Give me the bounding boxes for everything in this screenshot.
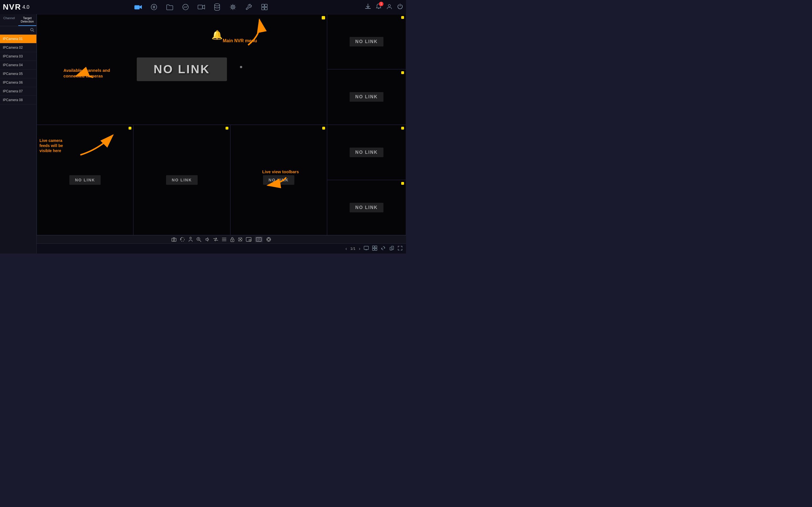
main-feed[interactable]: NO LINK bbox=[37, 14, 327, 125]
audio-toolbar-icon[interactable] bbox=[205, 237, 210, 242]
bottom-feed-3[interactable]: NO LINK bbox=[231, 125, 327, 235]
camera-list: IPCamera 01 IPCamera 02 IPCamera 03 IPCa… bbox=[0, 35, 36, 253]
side-feed-2[interactable]: NO LINK bbox=[327, 69, 406, 124]
bottom-no-link-box-3: NO LINK bbox=[263, 175, 295, 185]
svg-rect-4 bbox=[198, 5, 202, 9]
list-toolbar-icon[interactable] bbox=[221, 237, 227, 241]
database-nav-icon[interactable] bbox=[212, 2, 222, 12]
nav-icons-group bbox=[38, 2, 365, 12]
sidebar-tabs: Channel Target Detection bbox=[0, 14, 36, 26]
side-corner-tr-1 bbox=[401, 16, 404, 19]
svg-point-7 bbox=[232, 6, 234, 8]
svg-point-27 bbox=[267, 238, 270, 240]
camera-nav-icon[interactable] bbox=[133, 2, 143, 12]
live-toolbar bbox=[37, 235, 406, 243]
snapshot-toolbar-icon[interactable] bbox=[171, 237, 176, 242]
svg-point-21 bbox=[232, 240, 233, 241]
side-no-link-text-3: NO LINK bbox=[355, 150, 378, 155]
bottom-feed-1[interactable]: NO LINK bbox=[37, 125, 133, 235]
svg-point-6 bbox=[214, 4, 220, 6]
notification-badge: 1 bbox=[379, 2, 384, 6]
main-layout: Channel Target Detection IPCamera 01 IPC… bbox=[0, 14, 406, 253]
logo-version: 4.0 bbox=[22, 4, 29, 10]
bottom-no-link-box-1: NO LINK bbox=[69, 175, 101, 185]
svg-rect-28 bbox=[364, 246, 368, 249]
corner-tr-1 bbox=[129, 127, 132, 129]
camera-item-08[interactable]: IPCamera 08 bbox=[0, 96, 36, 105]
analytics-nav-icon[interactable] bbox=[181, 2, 191, 12]
svg-marker-1 bbox=[140, 5, 142, 9]
bottom-no-link-text-1: NO LINK bbox=[75, 178, 95, 182]
next-page-icon[interactable]: › bbox=[359, 246, 360, 251]
svg-rect-29 bbox=[372, 246, 374, 248]
stream-toolbar-icon[interactable] bbox=[255, 237, 263, 242]
close-stream-toolbar-icon[interactable] bbox=[238, 237, 243, 242]
playback-nav-icon[interactable] bbox=[149, 2, 159, 12]
video-grid: NO LINK NO LINK NO LINK bbox=[37, 14, 406, 235]
nav-right-group: 1 bbox=[365, 3, 403, 11]
fullscreen-bottom-icon[interactable] bbox=[398, 245, 403, 252]
side-no-link-text-2: NO LINK bbox=[355, 94, 378, 99]
camera-item-01[interactable]: IPCamera 01 bbox=[0, 35, 36, 43]
side-feed-3[interactable]: NO LINK bbox=[327, 125, 406, 180]
monitor-bottom-icon[interactable] bbox=[364, 246, 369, 251]
video-rec-nav-icon[interactable] bbox=[196, 2, 206, 12]
download-nav-icon[interactable] bbox=[365, 3, 371, 11]
bottom-no-link-text-2: NO LINK bbox=[172, 178, 192, 182]
camera-item-02[interactable]: IPCamera 02 bbox=[0, 43, 36, 52]
pip-toolbar-icon[interactable] bbox=[246, 237, 252, 242]
corner-tr-2 bbox=[225, 127, 229, 129]
refresh-bottom-icon[interactable] bbox=[380, 245, 386, 252]
search-input[interactable] bbox=[2, 29, 29, 33]
settings-nav-icon[interactable] bbox=[228, 2, 238, 12]
svg-rect-24 bbox=[249, 239, 251, 241]
account-nav-icon[interactable] bbox=[386, 3, 393, 11]
grid-nav-icon[interactable] bbox=[259, 2, 269, 12]
notification-nav-icon[interactable]: 1 bbox=[375, 3, 382, 11]
search-box bbox=[0, 26, 36, 35]
app-logo: NVR 4.0 bbox=[3, 3, 29, 11]
main-no-link-box: NO LINK bbox=[137, 57, 227, 81]
svg-point-18 bbox=[190, 237, 192, 239]
svg-rect-30 bbox=[375, 246, 377, 248]
layout-bottom-icon[interactable] bbox=[372, 245, 377, 252]
sequence-bottom-icon[interactable] bbox=[389, 245, 394, 252]
tab-target-detection[interactable]: Target Detection bbox=[18, 14, 37, 26]
camera-item-07[interactable]: IPCamera 07 bbox=[0, 87, 36, 96]
side-no-link-text-1: NO LINK bbox=[355, 39, 378, 44]
side-no-link-text-4: NO LINK bbox=[355, 205, 378, 210]
sidebar: Channel Target Detection IPCamera 01 IPC… bbox=[0, 14, 37, 253]
bottom-feeds: NO LINK NO LINK NO LINK bbox=[37, 125, 327, 235]
switch-toolbar-icon[interactable] bbox=[213, 237, 218, 241]
svg-rect-32 bbox=[375, 248, 377, 250]
person-toolbar-icon[interactable] bbox=[188, 237, 193, 242]
side-no-link-box-3: NO LINK bbox=[350, 148, 384, 157]
bottom-bar: ‹ 1/1 › bbox=[37, 243, 406, 253]
lock-toolbar-icon[interactable] bbox=[230, 237, 235, 242]
video-area: NO LINK NO LINK NO LINK bbox=[37, 14, 406, 253]
side-feed-4[interactable]: NO LINK bbox=[327, 180, 406, 235]
camera-item-06[interactable]: IPCamera 06 bbox=[0, 78, 36, 87]
tab-channel[interactable]: Channel bbox=[0, 14, 18, 26]
svg-rect-31 bbox=[372, 248, 374, 250]
zoom-toolbar-icon[interactable] bbox=[196, 237, 201, 242]
bottom-no-link-text-3: NO LINK bbox=[269, 178, 289, 182]
camera-item-03[interactable]: IPCamera 03 bbox=[0, 52, 36, 61]
camera-item-04[interactable]: IPCamera 04 bbox=[0, 61, 36, 69]
main-no-link-text: NO LINK bbox=[154, 62, 210, 76]
record-toolbar-icon[interactable] bbox=[180, 237, 185, 242]
side-feeds: NO LINK NO LINK NO LINK bbox=[327, 14, 406, 235]
prev-page-icon[interactable]: ‹ bbox=[345, 246, 347, 251]
side-no-link-box-1: NO LINK bbox=[350, 37, 384, 47]
side-feed-1[interactable]: NO LINK bbox=[327, 14, 406, 69]
svg-point-8 bbox=[231, 5, 235, 9]
page-indicator: 1/1 bbox=[350, 246, 356, 251]
power-nav-icon[interactable] bbox=[397, 3, 403, 11]
bottom-feed-2[interactable]: NO LINK bbox=[133, 125, 230, 235]
wrench-nav-icon[interactable] bbox=[244, 2, 254, 12]
side-no-link-box-4: NO LINK bbox=[350, 203, 384, 212]
target-toolbar-icon[interactable] bbox=[266, 237, 271, 242]
svg-rect-11 bbox=[262, 7, 264, 10]
folder-nav-icon[interactable] bbox=[165, 2, 175, 12]
camera-item-05[interactable]: IPCamera 05 bbox=[0, 69, 36, 78]
